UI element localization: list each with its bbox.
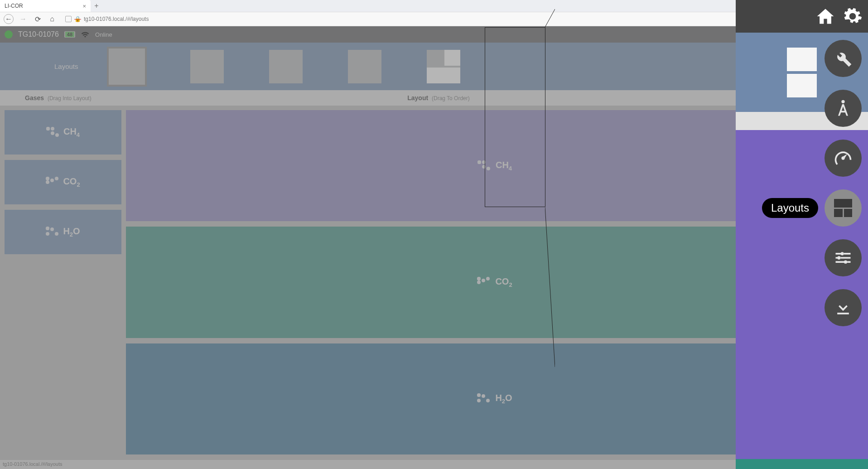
zoom-side-toolbar: Layouts (825, 40, 862, 326)
status-url: tg10-01076.local./#/layouts (3, 461, 62, 467)
zoom-layout-thumb[interactable] (787, 48, 817, 97)
layout-label: Layout (407, 94, 428, 102)
svg-point-5 (841, 252, 844, 255)
zoom-gauge-button[interactable] (825, 140, 862, 177)
back-button[interactable]: ← (4, 14, 14, 24)
browser-tab[interactable]: LI-COR × (0, 0, 91, 12)
layout-option-rows[interactable] (109, 48, 145, 85)
layout-option-1over2[interactable] (348, 50, 381, 83)
zoom-compass-button[interactable] (825, 90, 862, 127)
status-indicator-icon (5, 30, 13, 39)
device-name: TG10-01076 (18, 30, 59, 39)
molecule-icon (46, 127, 59, 138)
layouts-icon (834, 199, 852, 217)
svg-point-7 (844, 261, 847, 264)
zoom-download-button[interactable] (825, 289, 862, 326)
molecule-icon (46, 227, 58, 237)
layout-option-single[interactable] (269, 50, 303, 83)
svg-point-6 (837, 256, 840, 259)
url-text: tg10-01076.local./#/layouts (84, 16, 149, 22)
zoom-header (736, 0, 868, 33)
zoom-callout-panel: Layouts (736, 0, 868, 469)
zoom-settings-button[interactable] (843, 6, 863, 26)
wifi-icon (81, 29, 90, 40)
gas-card-h2o[interactable]: H2O (5, 210, 121, 254)
molecule-icon (477, 160, 490, 171)
molecule-icon (46, 177, 58, 188)
gas-card-co2[interactable]: CO2 (5, 160, 121, 204)
zoom-tooltip-layouts: Layouts (762, 198, 818, 218)
forward-button[interactable]: → (18, 14, 28, 24)
gas-card-ch4[interactable]: CH4 (5, 110, 121, 155)
insecure-icon: 🔒 (74, 16, 81, 22)
battery-level: 48 (65, 32, 74, 37)
gases-sidebar: CH4 CO2 H2O (0, 106, 126, 459)
gases-label: Gases (25, 94, 44, 102)
connection-status: Online (95, 31, 112, 38)
zoom-sliders-button[interactable] (825, 239, 862, 276)
url-bar[interactable]: 🔒 tg10-01076.local./#/layouts (62, 16, 771, 22)
zoom-home-button[interactable] (815, 6, 835, 26)
layout-option-mixed[interactable] (427, 50, 460, 83)
layout-hint: (Drag To Order) (432, 95, 470, 102)
layout-option-2over1[interactable] (190, 50, 224, 83)
molecule-icon (477, 277, 490, 288)
molecule-icon (477, 393, 490, 404)
zoom-tools-button[interactable] (825, 40, 862, 77)
reload-button[interactable]: ⟳ (33, 14, 43, 24)
new-tab-button[interactable]: + (91, 0, 102, 12)
home-button[interactable]: ⌂ (47, 14, 57, 24)
close-tab-icon[interactable]: × (82, 3, 86, 10)
layouts-label: Layouts (54, 63, 78, 70)
battery-indicator: 48 (64, 31, 75, 38)
shield-icon (65, 16, 72, 22)
tab-title: LI-COR (5, 3, 23, 9)
zoom-layouts-button[interactable]: Layouts (825, 189, 862, 227)
gases-hint: (Drag Into Layout) (48, 95, 92, 102)
